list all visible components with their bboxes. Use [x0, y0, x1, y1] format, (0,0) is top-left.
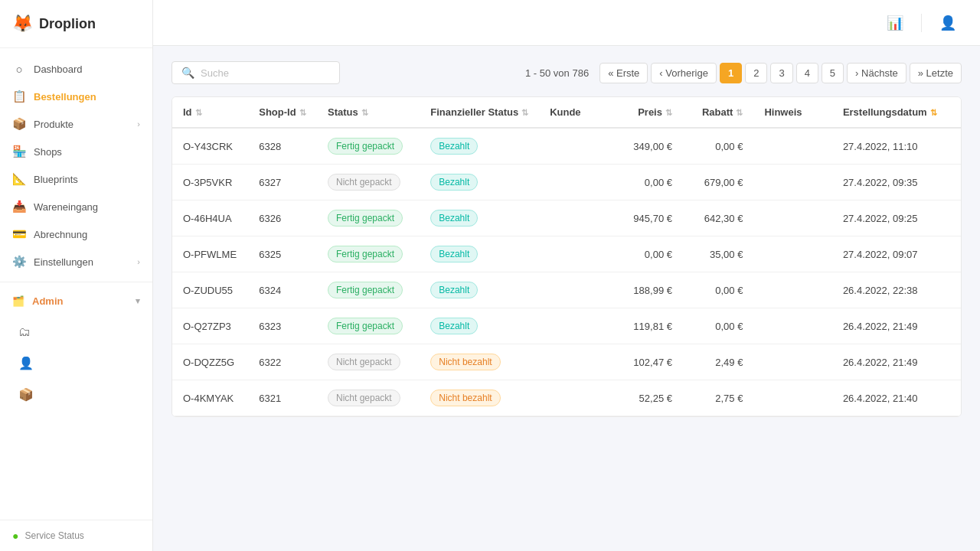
page-content: 🔍 1 - 50 von 786 « Erste‹ Vorherige12345… — [153, 46, 980, 551]
fin-status-badge: Bezahlt — [430, 246, 478, 262]
page-btn-5[interactable]: 4 — [796, 63, 818, 83]
pagination-info: 1 - 50 von 786 — [525, 67, 589, 79]
cell-hinweis — [753, 128, 831, 165]
page-btn-1[interactable]: ‹ Vorherige — [651, 63, 717, 83]
table-header: Id⇅Shop-Id⇅Status⇅Finanzieller Status⇅Ku… — [172, 97, 961, 128]
col-header-date[interactable]: Erstellungsdatum⇅ — [832, 97, 961, 128]
table-body: O-Y43CRK6328Fertig gepacktBezahlt349,00 … — [172, 128, 961, 416]
admin-chevron-icon: ▾ — [136, 296, 140, 306]
status-badge: Nicht gepackt — [328, 174, 400, 191]
cell-shopid: 6322 — [248, 344, 317, 380]
cell-id: O-ZUDU55 — [172, 272, 248, 308]
page-btn-0[interactable]: « Erste — [599, 63, 648, 83]
page-btn-6[interactable]: 5 — [822, 63, 844, 83]
admin-icon-item-2[interactable]: 👤 — [12, 350, 140, 376]
table-row[interactable]: O-DQZZ5G6322Nicht gepacktNicht bezahlt10… — [172, 344, 961, 380]
toolbar: 🔍 1 - 50 von 786 « Erste‹ Vorherige12345… — [172, 61, 962, 84]
admin-icon-item-3[interactable]: 📦 — [12, 382, 140, 407]
cell-finstatus: Bezahlt — [420, 165, 539, 201]
chevron-right-icon: › — [137, 257, 140, 266]
sidebar-item-dashboard[interactable]: ○ Dashboard — [0, 56, 152, 83]
sidebar-item-produkte[interactable]: 📦 Produkte › — [0, 110, 152, 138]
cell-rabatt: 2,75 € — [683, 380, 753, 416]
status-badge: Nicht gepackt — [328, 390, 400, 406]
abrechnung-icon: 💳 — [12, 227, 26, 241]
fin-status-badge: Bezahlt — [430, 210, 478, 227]
cell-status: Fertig gepackt — [317, 272, 420, 308]
fin-status-badge: Bezahlt — [430, 282, 478, 298]
table-row[interactable]: O-ZUDU556324Fertig gepacktBezahlt188,99 … — [172, 272, 961, 308]
page-btn-3[interactable]: 2 — [745, 63, 767, 83]
admin-icon-item-1[interactable]: 🗂 — [12, 320, 140, 344]
fin-status-badge: Bezahlt — [430, 174, 478, 191]
cell-rabatt: 35,00 € — [683, 236, 753, 272]
cell-date: 27.4.2022, 09:07 — [832, 236, 961, 272]
table-row[interactable]: O-4KMYAK6321Nicht gepacktNicht bezahlt52… — [172, 380, 961, 416]
analytics-button[interactable]: 📊 — [881, 9, 909, 37]
page-btn-8[interactable]: » Letzte — [910, 63, 962, 83]
cell-id: O-46H4UA — [172, 201, 248, 236]
einstellungen-icon: ⚙️ — [12, 255, 26, 269]
main-content: 📊 👤 🔍 1 - 50 von 786 « Erste‹ Vorherige1… — [153, 0, 980, 551]
cell-kunde — [539, 308, 615, 344]
sort-icon-id: ⇅ — [195, 108, 202, 117]
status-badge: Nicht gepackt — [328, 354, 400, 370]
cell-date: 26.4.2022, 21:49 — [832, 344, 961, 380]
col-header-fin_status[interactable]: Finanzieller Status⇅ — [420, 97, 539, 128]
page-btn-2[interactable]: 1 — [720, 63, 742, 83]
table-row[interactable]: O-PFWLME6325Fertig gepacktBezahlt0,00 €3… — [172, 236, 961, 272]
cell-date: 27.4.2022, 09:35 — [832, 165, 961, 201]
top-header: 📊 👤 — [153, 0, 980, 46]
cell-date: 27.4.2022, 11:10 — [832, 128, 961, 165]
page-btn-4[interactable]: 3 — [770, 63, 792, 83]
sidebar-logo: 🦊 Droplion — [0, 0, 152, 48]
col-header-status[interactable]: Status⇅ — [317, 97, 420, 128]
sidebar-item-label: Bestellungen — [34, 91, 96, 103]
cell-rabatt: 642,30 € — [683, 201, 753, 236]
admin-icon: 🗂️ — [12, 295, 24, 307]
sidebar-item-wareneingang[interactable]: 📥 Wareneingang — [0, 193, 152, 220]
cell-date: 26.4.2022, 21:49 — [832, 308, 961, 344]
cell-finstatus: Bezahlt — [420, 201, 539, 236]
cell-hinweis — [753, 344, 831, 380]
col-header-shop_id[interactable]: Shop-Id⇅ — [248, 97, 317, 128]
logo-icon: 🦊 — [12, 14, 33, 34]
sidebar-item-label: Dashboard — [34, 64, 83, 75]
orders-table: Id⇅Shop-Id⇅Status⇅Finanzieller Status⇅Ku… — [172, 97, 961, 416]
wareneingang-icon: 📥 — [12, 200, 26, 214]
cell-finstatus: Bezahlt — [420, 308, 539, 344]
cell-id: O-PFWLME — [172, 236, 248, 272]
fin-status-badge: Nicht bezahlt — [430, 354, 500, 370]
cell-preis: 102,47 € — [615, 344, 683, 380]
box-icon: 📦 — [18, 387, 34, 402]
page-btn-7[interactable]: › Nächste — [847, 63, 906, 83]
sidebar-item-blueprints[interactable]: 📐 Blueprints — [0, 165, 152, 193]
cell-kunde — [539, 165, 615, 201]
sidebar-nav: ○ Dashboard 📋 Bestellungen 📦 Produkte › … — [0, 48, 152, 520]
sidebar-item-label: Abrechnung — [34, 229, 87, 240]
table-row[interactable]: O-Y43CRK6328Fertig gepacktBezahlt349,00 … — [172, 128, 961, 165]
col-header-rabatt[interactable]: Rabatt⇅ — [683, 97, 753, 128]
cell-kunde — [539, 380, 615, 416]
cell-preis: 349,00 € — [615, 128, 683, 165]
cell-status: Fertig gepackt — [317, 201, 420, 236]
search-box[interactable]: 🔍 — [172, 61, 340, 84]
user-button[interactable]: 👤 — [934, 9, 962, 37]
cell-hinweis — [753, 165, 831, 201]
cell-finstatus: Bezahlt — [420, 236, 539, 272]
sidebar-item-einstellungen[interactable]: ⚙️ Einstellungen › — [0, 248, 152, 276]
sidebar-item-abrechnung[interactable]: 💳 Abrechnung — [0, 220, 152, 248]
service-status-label: Service Status — [24, 530, 83, 541]
table-row[interactable]: O-3P5VKR6327Nicht gepacktBezahlt0,00 €67… — [172, 165, 961, 201]
col-header-preis[interactable]: Preis⇅ — [615, 97, 683, 128]
table-row[interactable]: O-46H4UA6326Fertig gepacktBezahlt945,70 … — [172, 201, 961, 236]
fin-status-badge: Bezahlt — [430, 138, 478, 155]
search-input[interactable] — [201, 67, 330, 79]
sidebar-item-bestellungen[interactable]: 📋 Bestellungen — [0, 83, 152, 110]
sort-icon-fin_status: ⇅ — [521, 108, 528, 117]
cell-kunde — [539, 272, 615, 308]
admin-section[interactable]: 🗂️ Admin ▾ — [0, 289, 152, 314]
table-row[interactable]: O-Q27ZP36323Fertig gepacktBezahlt119,81 … — [172, 308, 961, 344]
sidebar-item-shops[interactable]: 🏪 Shops — [0, 138, 152, 165]
col-header-id[interactable]: Id⇅ — [172, 97, 248, 128]
